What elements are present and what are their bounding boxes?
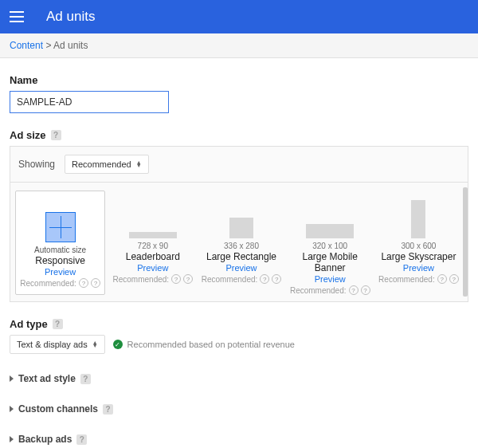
card-dims: 336 x 280: [224, 242, 259, 250]
ad-type-select[interactable]: Text & display ads ▲▼: [10, 335, 105, 354]
accordion-label: Text ad style: [18, 373, 76, 384]
shape-icon: [229, 218, 253, 238]
shape-icon: [411, 200, 425, 238]
recommended-label: Recommended:: [202, 275, 258, 284]
card-title: Large Rectangle: [206, 251, 276, 262]
help-icon[interactable]: ?: [171, 274, 181, 284]
chevron-right-icon: [10, 406, 14, 412]
accordion-backup-ads[interactable]: Backup ads ?: [10, 424, 468, 448]
accordion-label: Backup ads: [18, 434, 72, 445]
help-icon[interactable]: ?: [437, 274, 447, 284]
card-title: Large Skyscraper: [381, 251, 456, 262]
ad-size-card-responsive[interactable]: Automatic size Responsive Preview Recomm…: [15, 191, 105, 295]
page-title: Ad units: [46, 9, 95, 25]
chevron-right-icon: [10, 375, 14, 382]
recommended-label: Recommended:: [113, 275, 170, 284]
help-icon[interactable]: ?: [260, 274, 269, 284]
shape-icon: [129, 232, 177, 238]
ad-size-filter-select[interactable]: Recommended ▲▼: [65, 155, 149, 174]
breadcrumb-separator: >: [45, 40, 51, 51]
help-icon[interactable]: ?: [361, 285, 370, 295]
help-icon[interactable]: ?: [349, 285, 358, 295]
ad-type-note-text: Recommended based on potential revenue: [127, 340, 295, 349]
breadcrumb-current: Ad units: [53, 40, 88, 51]
responsive-icon: [45, 212, 76, 242]
preview-link[interactable]: Preview: [137, 263, 168, 273]
recommended-label: Recommended:: [378, 275, 435, 284]
chevron-right-icon: [10, 436, 14, 442]
card-title: Large Mobile Banner: [288, 251, 373, 273]
preview-link[interactable]: Preview: [315, 274, 346, 284]
ad-type-label-text: Ad type: [10, 318, 48, 330]
card-dims: 728 x 90: [138, 242, 168, 250]
help-icon[interactable]: ?: [91, 278, 100, 288]
preview-link[interactable]: Preview: [225, 263, 257, 273]
help-icon[interactable]: ?: [53, 319, 63, 329]
app-bar: Ad units: [0, 0, 478, 33]
sort-icon: ▲▼: [136, 161, 142, 167]
ad-size-label-text: Ad size: [10, 129, 46, 141]
name-input[interactable]: [10, 91, 169, 113]
accordion-label: Custom channels: [18, 403, 98, 415]
help-icon[interactable]: ?: [103, 404, 113, 415]
help-icon[interactable]: ?: [183, 274, 193, 284]
help-icon[interactable]: ?: [76, 434, 87, 445]
card-title: Responsive: [35, 255, 85, 266]
shape-icon: [306, 224, 354, 238]
accordion-custom-channels[interactable]: Custom channels ?: [10, 394, 468, 424]
ad-size-filter-row: Showing Recommended ▲▼: [10, 147, 468, 183]
ad-size-card-large-rectangle[interactable]: 336 x 280 Large Rectangle Preview Recomm…: [197, 191, 285, 295]
sort-icon: ▲▼: [92, 341, 98, 348]
help-icon[interactable]: ?: [79, 278, 88, 288]
preview-link[interactable]: Preview: [403, 263, 434, 273]
ad-size-panel: Showing Recommended ▲▼ Automatic size Re…: [10, 146, 468, 302]
ad-type-note: ✓ Recommended based on potential revenue: [113, 340, 295, 349]
ad-size-card-leaderboard[interactable]: 728 x 90 Leaderboard Preview Recommended…: [108, 191, 197, 295]
help-icon[interactable]: ?: [272, 274, 281, 284]
recommended-label: Recommended:: [20, 279, 76, 288]
card-dims: 320 x 100: [312, 242, 347, 250]
recommended-label: Recommended:: [290, 286, 347, 295]
menu-icon[interactable]: [10, 8, 27, 26]
ad-type-label: Ad type ?: [10, 318, 468, 330]
card-title: Leaderboard: [126, 251, 180, 262]
ad-size-card-large-skyscraper[interactable]: 300 x 600 Large Skyscraper Preview Recom…: [374, 191, 463, 295]
ad-type-value: Text & display ads: [17, 340, 88, 349]
preview-link[interactable]: Preview: [45, 267, 76, 277]
check-icon: ✓: [113, 340, 123, 349]
breadcrumb-root-link[interactable]: Content: [10, 40, 43, 51]
name-label: Name: [10, 74, 468, 86]
scrollbar[interactable]: [463, 187, 468, 297]
showing-label: Showing: [18, 159, 55, 170]
card-dims: 300 x 600: [401, 242, 436, 250]
help-icon[interactable]: ?: [449, 274, 459, 284]
help-icon[interactable]: ?: [80, 374, 91, 384]
card-dims: Automatic size: [34, 246, 86, 254]
accordion-text-ad-style[interactable]: Text ad style ?: [10, 364, 468, 394]
help-icon[interactable]: ?: [51, 130, 61, 140]
ad-size-filter-value: Recommended: [72, 159, 131, 169]
ad-size-card-large-mobile-banner[interactable]: 320 x 100 Large Mobile Banner Preview Re…: [286, 191, 374, 295]
ad-size-label: Ad size ?: [10, 129, 468, 141]
ad-size-cards: Automatic size Responsive Preview Recomm…: [10, 183, 468, 301]
breadcrumb: Content > Ad units: [0, 33, 478, 58]
